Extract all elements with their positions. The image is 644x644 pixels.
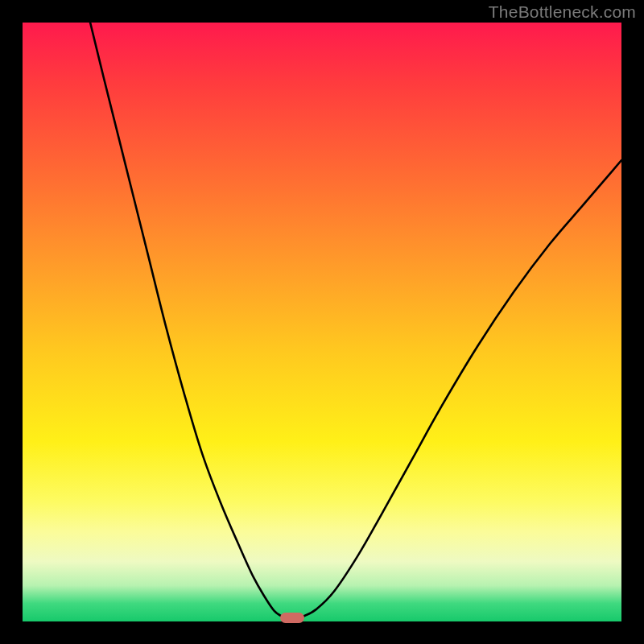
watermark-text: TheBottleneck.com [489,2,636,22]
optimum-marker [280,613,304,623]
curve-right-branch [304,160,621,616]
bottleneck-curve [23,23,621,621]
plot-area [23,23,621,621]
chart-frame: TheBottleneck.com [0,0,644,644]
curve-left-branch [90,23,281,616]
